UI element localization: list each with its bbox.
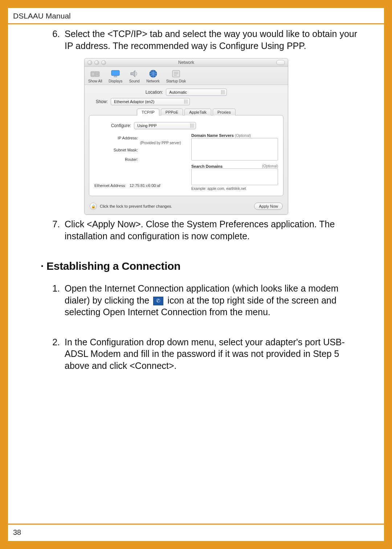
tcpip-panel: Configure: Using PPP ▲▼ IP Address: (89, 115, 283, 196)
toolbar-sound[interactable]: Sound (129, 69, 140, 83)
step-7: Click <Apply Now>. Close the System Pref… (62, 218, 366, 242)
show-row: Show: Ethernet Adaptor (en2) ▲▼ (90, 98, 288, 105)
show-label: Show: (90, 99, 108, 104)
toolbar-displays-label: Displays (109, 79, 122, 83)
header-rule (8, 23, 384, 24)
internet-connect-icon (153, 297, 163, 305)
toolbar-show-all-label: Show All (88, 79, 102, 83)
toolbar-startup-disk[interactable]: Startup Disk (166, 69, 186, 83)
dns-optional: (Optional) (235, 134, 251, 138)
apply-now-button[interactable]: Apply Now (254, 203, 283, 210)
search-domains-label: Search Domains (191, 164, 222, 168)
configure-value: Using PPP (137, 123, 156, 128)
sound-icon (129, 69, 140, 78)
location-label: Location: (146, 90, 163, 95)
step-6: Select the <TCP/IP> tab and select the w… (62, 28, 366, 52)
location-value: Automatic (169, 90, 187, 94)
show-select[interactable]: Ethernet Adaptor (en2) ▲▼ (111, 98, 190, 105)
close-icon[interactable] (87, 60, 92, 65)
show-value: Ethernet Adaptor (en2) (114, 99, 154, 104)
toolbar-sound-label: Sound (129, 79, 140, 83)
toolbar-toggle-icon[interactable] (276, 60, 285, 65)
toolbar-network-label: Network (146, 79, 160, 83)
tab-proxies[interactable]: Proxies (213, 109, 236, 115)
lock-row: 🔒 Click the lock to prevent further chan… (85, 200, 288, 214)
steps-list-a: Select the <TCP/IP> tab and select the w… (26, 28, 366, 52)
embedded-screenshot: Network Show All (84, 58, 287, 215)
toolbar-show-all[interactable]: Show All (88, 69, 102, 83)
search-domains-optional: (Optional) (262, 164, 278, 168)
prefs-toolbar: Show All Displays Sound (85, 67, 288, 85)
toolbar-startup-disk-label: Startup Disk (166, 79, 186, 83)
configure-row: Configure: Using PPP ▲▼ (94, 122, 196, 129)
configure-select[interactable]: Using PPP ▲▼ (134, 122, 196, 129)
search-domains-textbox[interactable] (191, 168, 278, 185)
subnet-mask-label: Subnet Mask: (94, 148, 140, 152)
chevron-updown-icon: ▲▼ (185, 99, 188, 104)
svg-rect-2 (95, 72, 99, 74)
page-footer: 38 (8, 524, 384, 541)
window-titlebar: Network (85, 58, 288, 67)
location-row: Location: Automatic ▲▼ (85, 89, 288, 96)
zoom-icon[interactable] (101, 60, 106, 65)
network-icon (148, 69, 159, 78)
window-title: Network (85, 60, 288, 65)
tab-appletalk[interactable]: AppleTalk (184, 109, 211, 115)
bullet-icon: · (41, 260, 46, 272)
svg-rect-5 (114, 76, 117, 77)
lock-text: Click the lock to prevent further change… (100, 204, 172, 208)
step-b2: In the Configuration drop down menu, sel… (62, 336, 366, 372)
dns-label: Domain Name Servers (191, 133, 234, 138)
startup-disk-icon (171, 69, 181, 78)
svg-marker-6 (131, 70, 135, 77)
tcpip-left-column: IP Address: (Provided by PPP server) Sub… (94, 133, 185, 191)
ip-address-label: IP Address: (94, 136, 140, 140)
configure-label: Configure: (94, 123, 131, 128)
svg-rect-4 (111, 70, 119, 76)
displays-icon (110, 69, 121, 78)
tcpip-right-column: Domain Name Servers (Optional) Search Do… (191, 133, 278, 191)
router-label: Router: (94, 157, 140, 162)
show-all-icon (90, 69, 101, 78)
tab-tcpip[interactable]: TCP/IP (137, 109, 159, 115)
step-b1: Open the Internet Connection application… (62, 282, 366, 318)
ethernet-address-label: Ethernet Address: (94, 183, 126, 188)
chevron-updown-icon: ▲▼ (222, 90, 225, 95)
page-number: 38 (8, 525, 384, 541)
tab-pppoe[interactable]: PPPoE (161, 109, 183, 115)
minimize-icon[interactable] (94, 60, 99, 65)
toolbar-network[interactable]: Network (146, 69, 160, 83)
traffic-lights (87, 60, 106, 65)
ip-address-caption: (Provided by PPP server) (140, 141, 181, 145)
ethernet-address-row: Ethernet Address: 12:75:81:c6:00:af (94, 183, 185, 188)
doc-header-title: DSLAAU Manual (8, 8, 384, 23)
section-heading-text: Establishing a Connection (46, 260, 180, 272)
tab-bar: TCP/IP PPPoE AppleTalk Proxies (85, 109, 288, 115)
chevron-updown-icon: ▲▼ (191, 123, 194, 128)
ethernet-address-value: 12:75:81:c6:00:af (130, 183, 160, 188)
dns-textbox[interactable] (191, 138, 278, 160)
svg-rect-3 (95, 74, 99, 76)
steps-list-a-cont: Click <Apply Now>. Close the System Pref… (26, 218, 366, 242)
section-heading: · Establishing a Connection (41, 260, 366, 272)
svg-rect-1 (91, 72, 94, 76)
network-prefs-window: Network Show All (84, 58, 288, 215)
search-domains-example: Example: apple.com, earthlink.net (191, 187, 278, 191)
toolbar-displays[interactable]: Displays (109, 69, 122, 83)
lock-icon[interactable]: 🔒 (90, 203, 97, 210)
steps-list-b: Open the Internet Connection application… (26, 282, 366, 371)
location-select[interactable]: Automatic ▲▼ (166, 89, 227, 96)
